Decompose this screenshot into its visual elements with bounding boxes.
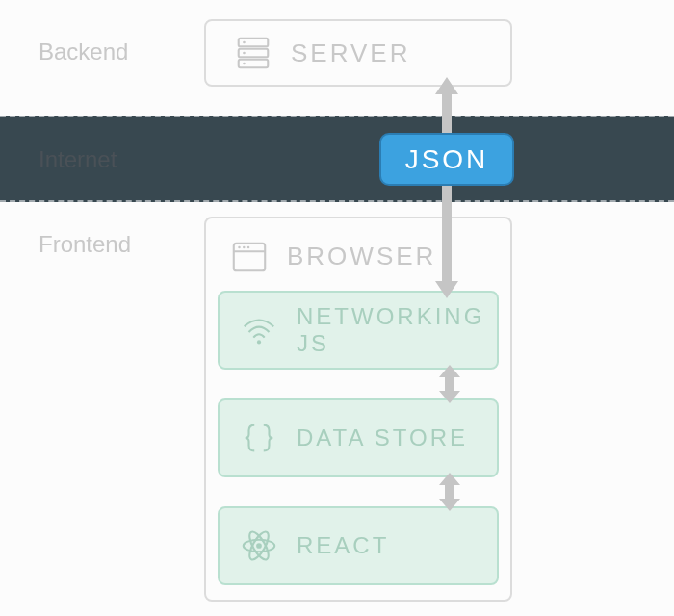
server-box: SERVER	[204, 19, 512, 87]
networking-box: NETWORKING JS	[218, 291, 499, 370]
svg-point-15	[256, 543, 262, 549]
server-icon	[233, 33, 273, 73]
browser-icon	[229, 237, 270, 277]
tier-label-frontend: Frontend	[39, 231, 131, 258]
react-box: REACT	[218, 506, 499, 585]
svg-point-11	[247, 245, 249, 247]
networking-label: NETWORKING JS	[297, 303, 497, 357]
json-label: JSON	[405, 144, 489, 175]
json-badge: JSON	[379, 133, 514, 186]
datastore-box: DATA STORE	[218, 398, 499, 477]
arrow-datastore-react	[439, 473, 460, 511]
server-label: SERVER	[291, 38, 410, 68]
react-label: REACT	[297, 532, 389, 559]
svg-point-5	[243, 52, 246, 55]
wifi-icon	[239, 310, 279, 350]
svg-marker-14	[439, 473, 460, 511]
tier-label-internet: Internet	[39, 146, 117, 173]
datastore-label: DATA STORE	[297, 424, 468, 451]
arrow-networking-datastore	[439, 365, 460, 403]
svg-marker-0	[435, 77, 458, 298]
svg-point-12	[257, 340, 261, 344]
arrow-server-browser	[435, 77, 458, 298]
tier-label-backend: Backend	[39, 38, 128, 65]
svg-point-6	[243, 63, 246, 65]
browser-box: BROWSER NETWORKING JS DATA STORE	[204, 217, 512, 602]
braces-icon	[239, 418, 279, 458]
svg-point-4	[243, 41, 246, 44]
svg-marker-13	[439, 365, 460, 403]
browser-label: BROWSER	[287, 242, 436, 271]
svg-point-9	[238, 245, 240, 247]
svg-point-10	[243, 245, 245, 247]
react-icon	[239, 526, 279, 566]
